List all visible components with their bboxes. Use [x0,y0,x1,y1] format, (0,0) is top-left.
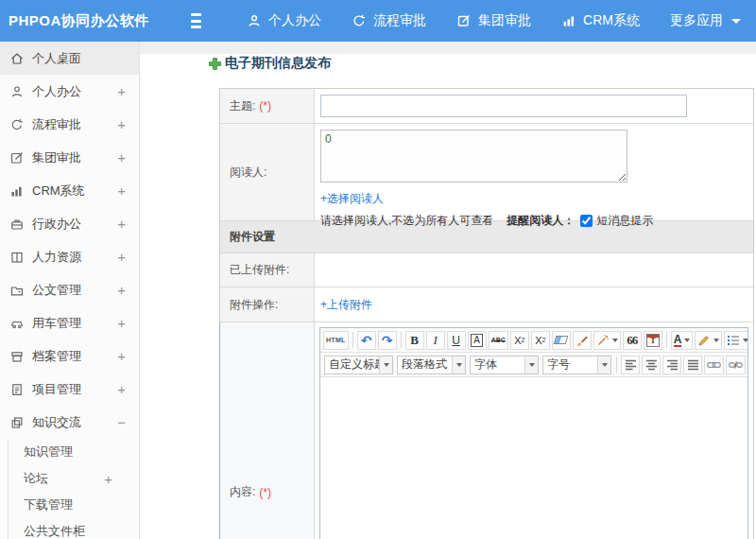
sms-remind-checkbox[interactable] [580,215,593,227]
sidebar-item-vehicle-management[interactable]: 用车管理 + [0,306,139,339]
sidebar-submenu-knowledge: 知识管理 论坛 + 下载管理 公共文件柜 [8,439,139,539]
uploaded-files-area [315,253,753,287]
html-source-button[interactable]: HTML [323,331,349,350]
nav-group-approval[interactable]: 集团审批 [441,0,546,42]
app-logo[interactable]: PHPOA协同办公软件 [0,12,142,30]
format-brush-icon[interactable] [573,331,592,350]
font-size-select[interactable]: 字号 [542,356,611,374]
expand-plus-icon[interactable]: + [117,282,126,298]
custom-title-select[interactable]: 自定义标题 [324,356,393,374]
sidebar-item-knowledge-exchange[interactable]: 知识交流 − [0,406,139,439]
chevron-down-icon [452,356,465,374]
user-icon [9,84,25,99]
insert-table-icon[interactable]: T [644,331,662,350]
superscript-button[interactable]: X2 [510,331,529,350]
subject-label: 主题: (*) [220,89,315,123]
chevron-down-icon [731,19,741,24]
content-label: 内容: (*) [220,322,315,539]
sidebar-subitem-download-management[interactable]: 下载管理 [9,492,139,518]
undo-icon[interactable]: ↶ [357,331,376,350]
rich-text-editor: HTML ↶ ↷ B I U A ABC X2 X2 [319,327,748,539]
uploaded-label: 已上传附件: [220,253,315,287]
expand-plus-icon[interactable]: + [117,83,126,99]
strikethrough-button[interactable]: ABC [489,331,508,350]
home-icon [9,51,25,66]
underline-button[interactable]: U [447,331,466,350]
sidebar-item-personal-desktop[interactable]: 个人桌面 [0,42,139,75]
edit-icon [9,150,25,165]
sidebar-item-workflow-approval[interactable]: 流程审批 + [0,108,139,141]
expand-plus-icon[interactable]: + [117,315,126,331]
expand-plus-icon[interactable]: + [117,149,126,165]
blockquote-button[interactable]: 66 [623,331,642,350]
process-refresh-icon [9,117,25,132]
expand-plus-icon[interactable]: + [104,471,112,487]
upload-attachment-link[interactable]: +上传附件 [320,297,372,313]
sidebar-subitem-forum[interactable]: 论坛 + [9,465,139,492]
sidebar-item-crm-system[interactable]: CRM系统 + [0,174,139,207]
form-row-uploaded: 已上传附件: [220,253,753,287]
nav-workflow-approval[interactable]: 流程审批 [336,0,441,42]
sidebar-item-personal-office[interactable]: 个人办公 + [0,75,139,108]
align-center-icon[interactable] [642,356,661,374]
sidebar-subitem-public-file-cabinet[interactable]: 公共文件柜 [9,518,139,539]
required-mark: (*) [259,99,271,113]
sidebar-item-admin-office[interactable]: 行政办公 + [0,207,139,240]
sidebar-item-group-approval[interactable]: 集团审批 + [0,141,139,174]
auto-typeset-icon[interactable] [593,331,621,350]
font-color-button[interactable]: A [671,331,694,350]
nav-crm-system[interactable]: CRM系统 [546,0,655,42]
editor-content-area[interactable] [320,377,747,539]
add-plus-icon [208,57,222,71]
top-header: PHPOA协同办公软件 个人办公 流程审批 集团审批 CRM系统 更多应用 [0,0,756,42]
align-right-icon[interactable] [662,356,681,374]
sidebar-item-document-management[interactable]: 公文管理 + [0,273,139,306]
align-left-icon[interactable] [621,356,640,374]
link-icon[interactable] [704,356,724,374]
expand-plus-icon[interactable]: + [117,249,126,265]
sidebar-subitem-knowledge-management[interactable]: 知识管理 [9,439,139,465]
page-title: 电子期刊信息发布 [208,55,331,72]
nav-personal-office[interactable]: 个人办公 [232,0,336,42]
redo-icon[interactable]: ↷ [378,331,397,350]
font-box-button[interactable]: A [468,331,487,350]
required-mark: (*) [259,486,271,499]
paragraph-format-select[interactable]: 段落格式 [397,356,466,374]
italic-button[interactable]: I [426,331,445,350]
hamburger-menu-icon[interactable] [191,13,201,28]
highlight-pen-icon[interactable] [695,331,722,350]
main-content: 电子期刊信息发布 主题: (*) 阅读人: 0 +选择阅 [140,42,756,539]
unlink-icon[interactable] [726,356,746,374]
readers-textarea[interactable]: 0 [320,130,627,183]
bold-button[interactable]: B [405,331,424,350]
sidebar-item-archive-management[interactable]: 档案管理 + [0,339,139,373]
sidebar-item-human-resources[interactable]: 人力资源 + [0,240,139,273]
font-family-select[interactable]: 字体 [470,356,539,374]
subject-input[interactable] [320,95,687,117]
briefcase-icon [9,217,25,232]
expand-plus-icon[interactable]: + [117,381,126,397]
expand-plus-icon[interactable]: + [117,183,126,199]
collapse-minus-icon[interactable]: − [117,414,126,430]
sidebar-item-project-management[interactable]: 项目管理 + [0,373,139,406]
sms-remind-label: 短消息提示 [596,213,653,229]
chevron-down-icon [612,339,618,342]
expand-plus-icon[interactable]: + [117,216,126,232]
chevron-down-icon [713,339,719,342]
ordered-list-icon[interactable] [724,331,747,350]
nav-more-apps[interactable]: 更多应用 [655,0,756,42]
expand-plus-icon[interactable]: + [117,116,126,132]
clipboard-icon [9,382,25,397]
process-refresh-icon [352,13,367,28]
page-title-text: 电子期刊信息发布 [225,55,331,72]
expand-plus-icon[interactable]: + [117,348,126,364]
eraser-icon[interactable] [552,331,571,350]
folder-icon [9,283,25,298]
editor-toolbar-row-1: HTML ↶ ↷ B I U A ABC X2 X2 [320,328,747,353]
book-icon [9,250,25,265]
select-readers-link[interactable]: +选择阅读人 [320,191,753,207]
subscript-button[interactable]: X2 [531,331,550,350]
top-navigation: 个人办公 流程审批 集团审批 CRM系统 更多应用 [232,0,756,42]
chevron-down-icon [597,356,610,374]
align-justify-icon[interactable] [683,356,702,374]
